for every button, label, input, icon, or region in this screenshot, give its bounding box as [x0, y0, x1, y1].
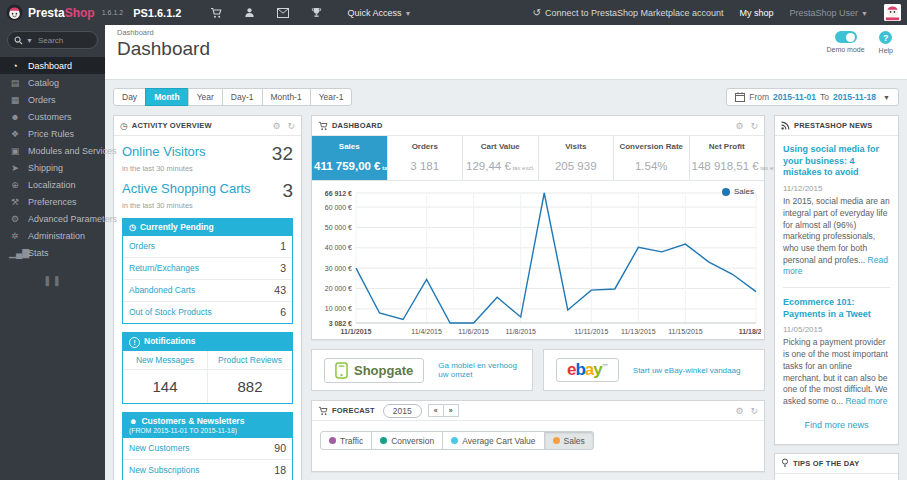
- news-article-title[interactable]: Using social media for your business: 4 …: [783, 144, 890, 179]
- range-button-day-1[interactable]: Day-1: [222, 88, 263, 106]
- notification-label[interactable]: New Messages: [123, 351, 207, 370]
- shop-name[interactable]: PS1.6.1.2: [133, 7, 181, 19]
- svg-text:11/18/2015: 11/18/2015: [739, 328, 761, 335]
- series-dot-icon: [451, 437, 458, 444]
- preferences-icon: ⚒: [9, 197, 21, 207]
- forecast-toggle-average-cart-value[interactable]: Average Cart Value: [442, 431, 544, 450]
- kpi-tile-orders[interactable]: Orders3 181: [387, 136, 463, 180]
- sidebar-item-orders[interactable]: ▦Orders: [0, 91, 105, 108]
- online-visitors-link[interactable]: Online Visitors: [122, 144, 206, 159]
- marketplace-link[interactable]: ↺Connect to PrestaShop Marketplace accou…: [533, 7, 724, 18]
- date-from: 2015-11-01: [773, 92, 816, 102]
- customers-label[interactable]: New Customers: [129, 443, 189, 453]
- svg-text:11/11/2015: 11/11/2015: [574, 328, 608, 335]
- breadcrumb[interactable]: Dashboard: [117, 28, 154, 37]
- pending-label[interactable]: Orders: [129, 241, 155, 251]
- previous-year-button[interactable]: «: [428, 404, 444, 417]
- range-button-year[interactable]: Year: [188, 88, 223, 106]
- customers-label[interactable]: New Subscriptions: [129, 465, 199, 475]
- ebay-link[interactable]: Start uw eBay-winkel vandaag: [633, 366, 741, 375]
- quick-access-menu[interactable]: Quick Access▼: [347, 8, 411, 18]
- sidebar-item-preferences[interactable]: ⚒Preferences: [0, 193, 105, 210]
- ebay-logo[interactable]: ebay™: [556, 358, 619, 382]
- gear-icon[interactable]: ⚙: [272, 121, 280, 131]
- brand-version: 1.6.1.2: [102, 9, 123, 16]
- range-button-year-1[interactable]: Year-1: [310, 88, 353, 106]
- pending-label[interactable]: Return/Exchanges: [129, 263, 199, 273]
- sidebar-search[interactable]: ▼: [7, 31, 98, 49]
- sidebar-item-modules-and-services[interactable]: ▣Modules and Services: [0, 142, 105, 159]
- sidebar-item-shipping[interactable]: ➤Shipping: [0, 159, 105, 176]
- customers-icon: ☻: [9, 112, 21, 122]
- forecast-toggle-sales[interactable]: Sales: [544, 431, 594, 450]
- my-shop-link[interactable]: My shop: [740, 8, 774, 18]
- refresh-icon[interactable]: ↻: [750, 121, 758, 131]
- sidebar-item-advanced-parameters[interactable]: ⚙Advanced Parameters: [0, 210, 105, 227]
- trophy-icon[interactable]: [311, 7, 322, 18]
- customer-notifications-icon[interactable]: [244, 7, 255, 18]
- news-article-date: 11/12/2015: [783, 184, 890, 193]
- sidebar-item-catalog[interactable]: ▤Catalog: [0, 74, 105, 91]
- active-carts-value: 3: [282, 181, 293, 200]
- catalog-icon: ▤: [9, 78, 21, 88]
- pending-value: 3: [280, 262, 286, 274]
- kpi-tile-cart-value[interactable]: Cart Value129,44 € tax excl.: [462, 136, 538, 180]
- svg-text:11/1/2015: 11/1/2015: [341, 328, 372, 335]
- chart-legend[interactable]: Sales: [722, 187, 754, 196]
- demo-mode-toggle[interactable]: Demo mode: [826, 31, 864, 54]
- toggle-on-icon[interactable]: [835, 31, 857, 43]
- notification-label[interactable]: Product Reviews: [208, 351, 292, 370]
- gear-icon[interactable]: ⚙: [735, 121, 743, 131]
- sidebar-item-price-rules[interactable]: ❖Price Rules: [0, 125, 105, 142]
- lightbulb-icon: [781, 458, 789, 468]
- pending-label[interactable]: Out of Stock Products: [129, 307, 212, 317]
- panel-title: PRESTASHOP NEWS: [794, 121, 873, 130]
- sales-chart: Sales 66 912 €60 000 €50 000 €40 000 €30…: [312, 181, 764, 339]
- range-button-group: DayMonthYearDay-1Month-1Year-1: [113, 88, 352, 106]
- range-button-month[interactable]: Month: [145, 88, 189, 106]
- forecast-toggle-traffic[interactable]: Traffic: [320, 431, 372, 450]
- refresh-icon[interactable]: ↻: [287, 121, 295, 131]
- shopgate-logo[interactable]: Shopgate: [324, 358, 424, 383]
- activity-overview-panel: ◷ ACTIVITY OVERVIEW ⚙↻ Online Visitors 3…: [113, 115, 302, 480]
- shopgate-link[interactable]: Ga mobiel en verhoog uw omzet: [438, 361, 520, 379]
- prestashop-logo-icon: [6, 4, 23, 21]
- kpi-tile-sales[interactable]: Sales411 759,00 € tax excl.: [312, 136, 387, 180]
- help-button[interactable]: ? Help: [879, 31, 893, 54]
- next-year-button[interactable]: »: [443, 404, 459, 417]
- sidebar-item-stats[interactable]: ▁▄▇Stats: [0, 244, 105, 261]
- pending-label[interactable]: Abandoned Carts: [129, 285, 195, 295]
- panel-title: DASHBOARD: [332, 121, 383, 130]
- sales-series-line: [356, 193, 756, 323]
- chevron-down-icon[interactable]: ▼: [26, 37, 33, 44]
- search-input[interactable]: [36, 35, 91, 46]
- range-button-day[interactable]: Day: [113, 88, 146, 106]
- kpi-tile-net-profit[interactable]: Net Profit148 918,51 € tax excl.: [689, 136, 765, 180]
- active-carts-link[interactable]: Active Shopping Carts: [122, 181, 251, 196]
- kpi-label: Sales: [314, 142, 385, 151]
- sidebar-item-localization[interactable]: ⊕Localization: [0, 176, 105, 193]
- refresh-icon[interactable]: ↻: [750, 406, 758, 416]
- sidebar-item-administration[interactable]: ✲Administration: [0, 227, 105, 244]
- user-menu[interactable]: PrestaShop User▼: [790, 8, 868, 18]
- sidebar-item-customers[interactable]: ☻Customers: [0, 108, 105, 125]
- read-more-link[interactable]: Read more: [783, 255, 888, 277]
- forecast-toggle-conversion[interactable]: Conversion: [371, 431, 443, 450]
- prestashop-brand[interactable]: PrestaShop 1.6.1.2: [0, 4, 133, 21]
- news-article-title[interactable]: Ecommerce 101: Payments in a Tweet: [783, 297, 890, 320]
- gear-icon[interactable]: ⚙: [735, 406, 743, 416]
- rss-icon: [781, 121, 790, 130]
- kpi-tile-visits[interactable]: Visits205 939: [538, 136, 614, 180]
- range-button-month-1[interactable]: Month-1: [262, 88, 311, 106]
- date-range-button[interactable]: From2015-11-01 To2015-11-18 ▼: [726, 88, 899, 106]
- read-more-link[interactable]: Read more: [845, 396, 887, 406]
- messages-icon[interactable]: [277, 8, 289, 18]
- help-icon[interactable]: ?: [879, 31, 892, 44]
- cart-notifications-icon[interactable]: [210, 7, 222, 19]
- sidebar-item-dashboard[interactable]: ◔Dashboard: [0, 57, 105, 74]
- find-more-news-link[interactable]: Find more news: [783, 420, 890, 430]
- sidebar-collapse-button[interactable]: ❚❚: [0, 275, 105, 286]
- svg-text:20 000 €: 20 000 €: [325, 285, 352, 292]
- user-avatar[interactable]: [884, 4, 901, 21]
- kpi-tile-conversion-rate[interactable]: Conversion Rate1.54%: [613, 136, 689, 180]
